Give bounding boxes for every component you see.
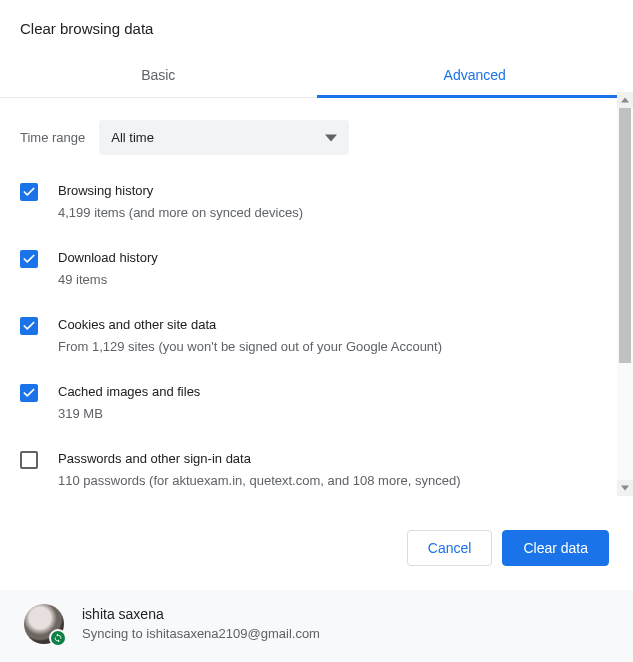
option-title: Passwords and other sign-in data [58,449,460,469]
dialog-footer: Cancel Clear data [0,511,633,590]
option-cache: Cached images and files 319 MB [20,382,613,423]
option-browsing-history: Browsing history 4,199 items (and more o… [20,181,613,222]
scrollbar[interactable] [617,92,633,496]
cancel-button[interactable]: Cancel [407,530,493,566]
option-subtitle: 49 items [58,270,158,290]
scroll-down-icon[interactable] [617,480,633,496]
tabs: Basic Advanced [0,53,633,98]
option-cookies: Cookies and other site data From 1,129 s… [20,315,613,356]
scroll-up-icon[interactable] [617,92,633,108]
option-subtitle: From 1,129 sites (you won't be signed ou… [58,337,442,357]
option-passwords: Passwords and other sign-in data 110 pas… [20,449,613,490]
option-title: Download history [58,248,158,268]
option-subtitle: 319 MB [58,404,200,424]
account-strip: ishita saxena Syncing to ishitasaxena210… [0,590,633,662]
option-title: Cached images and files [58,382,200,402]
time-range-select[interactable]: All time [99,120,349,155]
option-title: Cookies and other site data [58,315,442,335]
account-sync-status: Syncing to ishitasaxena2109@gmail.com [82,625,320,643]
time-range-label: Time range [20,130,85,145]
account-name: ishita saxena [82,605,320,625]
option-subtitle: 4,199 items (and more on synced devices) [58,203,303,223]
checkbox-download-history[interactable] [20,250,38,268]
dialog-title: Clear browsing data [0,0,633,53]
checkbox-passwords[interactable] [20,451,38,469]
sync-icon [49,629,67,647]
checkbox-browsing-history[interactable] [20,183,38,201]
clear-data-button[interactable]: Clear data [502,530,609,566]
caret-down-icon [325,130,337,145]
time-range-value: All time [111,130,154,145]
checkbox-cookies[interactable] [20,317,38,335]
option-subtitle: 110 passwords (for aktuexam.in, quetext.… [58,471,460,491]
tab-advanced[interactable]: Advanced [317,53,634,97]
options-scroll-area: Time range All time Browsing history 4,1… [0,98,633,511]
option-download-history: Download history 49 items [20,248,613,289]
scrollbar-thumb[interactable] [619,108,631,363]
avatar [24,604,64,644]
tab-basic[interactable]: Basic [0,53,317,97]
checkbox-cache[interactable] [20,384,38,402]
option-title: Browsing history [58,181,303,201]
